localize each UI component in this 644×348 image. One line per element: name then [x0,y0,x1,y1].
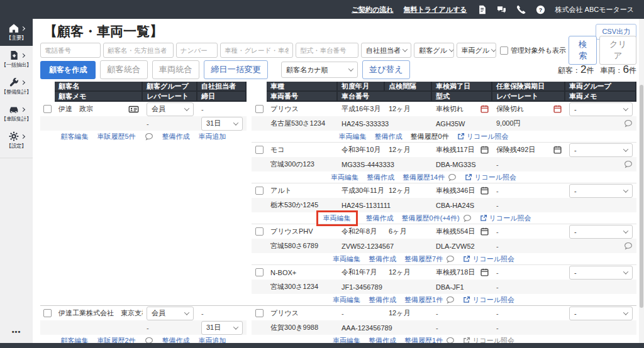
customer-group-value-select[interactable]: 会員 [147,102,194,116]
merge-vehicles-button[interactable]: 車両統合 [152,60,199,79]
recall-link[interactable]: リコール照会 [457,132,509,141]
maintenance-history-link[interactable]: 整備履歴1件 [404,295,443,305]
memo-bubble-icon[interactable] [624,119,633,128]
maintenance-create-link[interactable]: 整備作成 [367,173,394,182]
vehicle-checkbox[interactable] [255,105,264,113]
phone-input[interactable] [40,43,101,58]
maintenance-create-link[interactable]: 整備作成 [369,295,396,305]
memo-bubble-icon[interactable] [624,242,633,250]
customer-deadline-select[interactable]: 31日 [201,321,243,335]
model-grade-input[interactable] [220,43,293,58]
vehicle-checkbox[interactable] [255,146,264,154]
vehicle-checkbox[interactable] [255,268,264,276]
vehicle-group-value-select[interactable]: - [569,225,633,239]
calendar-icon[interactable] [480,187,489,195]
maintenance-create-link[interactable]: 整備作成 [369,254,396,264]
staff-select[interactable]: 自社担当者 [361,43,411,58]
vehicle-group-value-select[interactable]: - [569,266,633,280]
vehicle-number: 名古屋530さ1234 [267,119,338,128]
memo-bubble-icon[interactable] [446,296,455,304]
chat-icon[interactable] [497,5,506,14]
calendar-icon[interactable] [553,146,562,154]
vehicle-first-reg: 令和3年10月 [338,145,385,155]
col-vehicle-model: 車種 [267,82,338,92]
memo-bubble-icon[interactable] [624,160,633,168]
calendar-icon[interactable] [553,105,562,113]
vehicle-edit-link[interactable]: 車両編集 [339,132,367,141]
scrollbar-thumb[interactable] [640,85,643,308]
id-card-icon[interactable] [128,105,139,114]
sales-history-link[interactable]: 車販履歴5件 [97,132,135,141]
help-icon[interactable]: ? [536,5,545,14]
maintenance-history-link[interactable]: 整備履歴7件 [404,254,443,264]
free-trial-link[interactable]: 無料トライアルする [404,5,467,14]
sidebar-item-settings[interactable]: 【設定】 [0,127,33,154]
maintenance-summary-icon [9,77,19,87]
company-name: 株式会社 ABCモータース [555,5,634,14]
maintenance-history-link[interactable]: 整備履歴14件 [402,173,445,182]
customer-checkbox[interactable] [43,105,52,113]
vehicle-group-select[interactable]: 車両グル [457,43,496,58]
type-chassis-input[interactable] [296,43,358,58]
recall-link[interactable]: リコール照会 [463,295,514,305]
recall-link[interactable]: リコール照会 [465,173,516,182]
chevron-down-icon [623,187,628,192]
customer-edit-link[interactable]: 顧客編集 [60,132,88,141]
customer-staff-value: - [197,310,247,317]
vehicle-checkbox[interactable] [255,309,264,317]
vertical-scrollbar[interactable] [639,19,644,343]
customer-checkbox[interactable] [43,309,52,317]
vehicle-group-value-select[interactable]: - [569,307,633,320]
vehicle-model: N-BOX+ [267,269,338,276]
merge-customers-button[interactable]: 顧客統合 [100,60,147,79]
vehicle-group-value-select[interactable]: - [569,102,633,116]
bulk-deadline-button[interactable]: 締日一括変更 [204,60,268,79]
sidebar-item-bulk-export[interactable]: 【一括抽出】 [0,46,33,73]
vehicle-checkbox[interactable] [255,227,264,236]
vehicle-edit-link[interactable]: 車両編集 [333,295,360,305]
recall-link[interactable]: リコール照会 [480,214,531,223]
vehicle-add-link[interactable]: 車両追加 [199,132,226,141]
sort-button[interactable]: 並び替え [362,60,410,79]
vehicle-group-value-select[interactable]: - [569,184,633,198]
maintenance-create-link[interactable]: 整備作成 [366,214,394,223]
bottom-bar [0,343,644,348]
vehicle-group-value-select[interactable]: - [569,143,633,157]
maintenance-create-link[interactable]: 整備作成 [162,132,190,141]
calendar-icon[interactable] [480,105,489,113]
calendar-icon[interactable] [480,268,489,276]
vehicle-number: 宮城300の123 [267,160,338,169]
memo-bubble-icon[interactable] [463,214,472,222]
memo-bubble-icon[interactable] [145,133,153,141]
recall-link[interactable]: リコール照会 [463,254,514,264]
vehicle-edit-link[interactable]: 車両編集 [323,214,351,223]
document-icon[interactable] [477,5,487,14]
show-excluded-checkbox[interactable] [500,46,508,55]
memo-bubble-icon[interactable] [446,255,455,263]
calendar-icon[interactable] [480,227,489,236]
sort-order-select[interactable]: 顧客名カナ順 [281,62,358,78]
sidebar-item-maintenance-summary[interactable]: 【整備集計】 [0,73,33,100]
plate-number-input[interactable] [176,43,218,58]
clear-button[interactable]: クリア [599,36,636,65]
calendar-icon[interactable] [480,146,489,154]
sidebar-more-button[interactable]: ••• [0,328,33,335]
customer-group-select[interactable]: 顧客グル [414,43,453,58]
maintenance-create-link[interactable]: 整備作成 [375,132,402,141]
search-button[interactable]: 検索 [569,36,597,65]
contract-flow-link[interactable]: ご契約の流れ [352,5,394,14]
sidebar-item-main[interactable]: 【主要】 [0,19,33,46]
vehicle-edit-link[interactable]: 車両編集 [331,173,358,182]
vehicle-checkbox[interactable] [255,187,264,195]
maintenance-history-link[interactable]: 整備履歴0件(+4件) [402,214,460,223]
external-link-icon [457,133,465,140]
memo-bubble-icon[interactable] [448,173,457,182]
create-customer-button[interactable]: 顧客を作成 [40,61,96,79]
vehicle-type: CBA-HA24S [432,202,492,209]
customer-deadline-select[interactable]: 31日 [201,117,243,131]
phone-icon[interactable] [516,5,526,14]
sidebar-item-car-sales-summary[interactable]: 【車販集計】 [0,100,33,127]
customer-name-input[interactable] [103,43,174,58]
vehicle-edit-link[interactable]: 車両編集 [333,254,360,264]
customer-group-value-select[interactable]: 会員 [147,307,194,320]
